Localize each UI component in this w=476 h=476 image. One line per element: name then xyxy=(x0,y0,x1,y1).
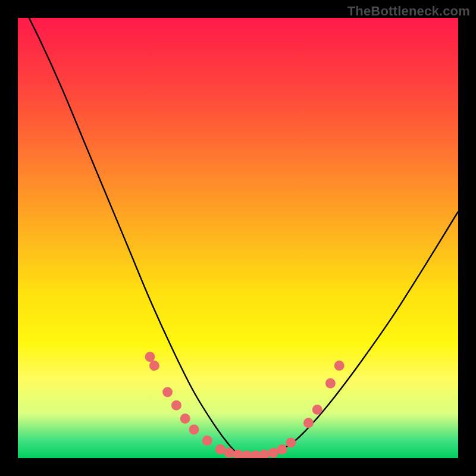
highlight-dot xyxy=(268,448,278,458)
highlight-dot xyxy=(149,361,159,371)
chart-svg xyxy=(18,18,458,458)
highlight-dot xyxy=(250,450,261,458)
highlight-dot xyxy=(325,378,336,389)
highlight-dot xyxy=(202,436,212,446)
chart-plot-area xyxy=(18,18,458,458)
highlight-dots xyxy=(145,352,345,458)
highlight-dot xyxy=(145,352,155,362)
highlight-dot xyxy=(224,448,234,458)
highlight-dot xyxy=(277,444,287,455)
highlight-dot xyxy=(334,361,345,371)
highlight-dot xyxy=(242,450,252,458)
highlight-dot xyxy=(162,387,173,397)
bottleneck-curve xyxy=(18,18,458,456)
highlight-dot xyxy=(312,405,322,415)
highlight-dot xyxy=(171,400,181,411)
watermark-text: TheBottleneck.com xyxy=(347,4,470,19)
highlight-dot xyxy=(180,414,190,424)
highlight-dot xyxy=(259,450,270,458)
chart-frame: TheBottleneck.com xyxy=(0,0,476,476)
highlight-dot xyxy=(215,444,226,455)
highlight-dot xyxy=(286,438,296,448)
highlight-dot xyxy=(189,424,199,434)
highlight-dot xyxy=(303,418,314,428)
curve-path xyxy=(18,18,458,456)
